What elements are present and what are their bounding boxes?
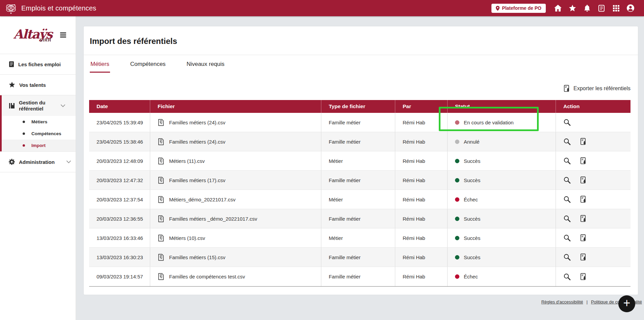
sidebar-subitem-compétences[interactable]: Compétences: [0, 128, 76, 140]
cell-fichier: Familles métiers (17).csv: [150, 171, 321, 190]
download-report-icon[interactable]: [580, 273, 587, 280]
sidebar-subitem-label: Compétences: [31, 131, 61, 136]
cell-action: [556, 113, 630, 132]
attachment-file-icon: [158, 273, 164, 280]
platform-button-label: Plateforme de PO: [502, 5, 541, 11]
chevron-down-icon: [61, 104, 65, 107]
sidebar-item-fiches-emploi[interactable]: Les fiches emploi: [0, 54, 76, 75]
view-details-magnifier-icon[interactable]: [563, 273, 571, 280]
export-label: Exporter les référentiels: [573, 85, 630, 92]
download-report-icon[interactable]: [580, 196, 587, 203]
gear-icon: [9, 159, 15, 165]
tab-compétences[interactable]: Compétences: [130, 55, 166, 73]
download-report-icon[interactable]: [580, 234, 587, 242]
status-label: Annulé: [464, 139, 480, 145]
view-details-magnifier-icon[interactable]: [563, 138, 571, 145]
status-dot: [455, 274, 459, 279]
status-label: Succès: [464, 177, 480, 183]
header-icons: [554, 4, 635, 12]
notifications-bell-icon[interactable]: [583, 4, 591, 12]
table-row: 13/03/2023 16:30:23Familles métiers (15)…: [89, 248, 630, 267]
footer-links: Règles d'accessibilité | Politique de co…: [76, 299, 642, 304]
platform-button[interactable]: Plateforme de PO: [491, 4, 546, 13]
cell-fichier: Familles métiers (15).csv: [150, 248, 321, 267]
status-dot: [455, 140, 459, 144]
attachment-file-icon: [158, 157, 164, 165]
altays-logo[interactable]: Altaÿs SIRH: [14, 28, 52, 42]
sidebar-item-label: Administration: [19, 159, 62, 165]
sidebar-item-vos-talents[interactable]: Vos talents: [0, 75, 76, 95]
sidebar: Altaÿs SIRH Les fiches emploi Vos talent…: [0, 16, 76, 320]
cell-par: Rémi Hab: [395, 151, 447, 170]
cell-date: 20/03/2023 12:48:09: [89, 151, 150, 170]
sidebar-item-administration[interactable]: Administration: [0, 152, 76, 172]
sidebar-toggle-menu-icon[interactable]: [59, 31, 68, 39]
cell-action: [556, 171, 630, 190]
export-referentiels-link[interactable]: Exporter les référentiels: [84, 85, 630, 92]
view-details-magnifier-icon[interactable]: [563, 253, 571, 261]
cell-par: Rémi Hab: [395, 190, 447, 209]
view-details-magnifier-icon[interactable]: [563, 176, 571, 184]
download-report-icon[interactable]: [580, 138, 587, 145]
cell-par: Rémi Hab: [395, 171, 447, 190]
tab-métiers[interactable]: Métiers: [90, 55, 110, 73]
imports-table: Date Fichier Type de fichier Par Statut …: [89, 100, 630, 287]
table-body: 23/04/2025 15:39:49Familles métiers (24)…: [89, 113, 630, 286]
cell-date: 09/03/2023 19:14:57: [89, 267, 150, 286]
column-header-date: Date: [89, 100, 150, 113]
cell-action: [556, 248, 630, 267]
view-details-magnifier-icon[interactable]: [563, 234, 571, 242]
attachment-file-icon: [158, 253, 164, 261]
attachment-file-icon: [158, 176, 164, 184]
cell-action: [556, 209, 630, 228]
cell-par: Rémi Hab: [395, 228, 447, 247]
table-row: 23/04/2025 15:39:49Familles métiers (24)…: [89, 113, 630, 132]
plus-icon: +: [623, 297, 630, 309]
cell-statut: Échec: [447, 267, 556, 286]
view-details-magnifier-icon[interactable]: [563, 157, 571, 165]
book-icon: [9, 103, 15, 109]
home-icon[interactable]: [554, 4, 562, 12]
apps-grid-icon[interactable]: [612, 4, 620, 12]
bullet-icon: [23, 132, 25, 135]
file-name: Métiers (11).csv: [169, 158, 205, 164]
documentation-icon[interactable]: [597, 4, 606, 12]
add-import-fab-button[interactable]: +: [618, 295, 635, 312]
file-name: Familles métiers (24).csv: [169, 120, 225, 125]
cell-par: Rémi Hab: [395, 248, 447, 267]
view-details-magnifier-icon[interactable]: [563, 196, 571, 203]
account-avatar-icon[interactable]: [626, 4, 635, 12]
cell-statut: Succès: [447, 151, 556, 170]
app-title: Emplois et compétences: [21, 4, 96, 12]
view-details-magnifier-icon[interactable]: [563, 119, 571, 126]
cell-par: Rémi Hab: [395, 209, 447, 228]
cell-type: Famille métier: [321, 209, 395, 228]
cell-statut: Succès: [447, 248, 556, 267]
download-report-icon[interactable]: [580, 215, 587, 222]
cell-date: 20/03/2023 12:36:55: [89, 209, 150, 228]
sidebar-item-gestion-referentiel[interactable]: Gestion du référentiel: [0, 95, 76, 116]
status-label: En cours de validation: [464, 120, 514, 125]
tab-niveaux-requis[interactable]: Niveaux requis: [186, 55, 225, 73]
sidebar-subitem-label: Métiers: [31, 119, 47, 124]
accessibility-rules-link[interactable]: Règles d'accessibilité: [541, 299, 583, 304]
cell-date: 20/03/2023 12:37:54: [89, 190, 150, 209]
sidebar-item-label: Gestion du référentiel: [19, 100, 57, 112]
sidebar-subitem-métiers[interactable]: Métiers: [0, 116, 76, 128]
cell-type: Famille métier: [321, 171, 395, 190]
cell-type: Métier: [321, 151, 395, 170]
download-report-icon[interactable]: [580, 253, 587, 261]
view-details-magnifier-icon[interactable]: [563, 215, 571, 222]
download-report-icon[interactable]: [580, 157, 587, 165]
sidebar-subitems: MétiersCompétencesImport: [0, 116, 76, 151]
favorites-star-icon[interactable]: [568, 4, 576, 12]
file-name: Familles métiers (15).csv: [169, 254, 225, 260]
download-report-icon[interactable]: [580, 176, 587, 184]
attachment-file-icon: [158, 196, 164, 203]
cell-statut: Succès: [447, 209, 556, 228]
cell-fichier: Familles métiers _démo_20221017.csv: [150, 209, 321, 228]
main-content: Import des référentiels MétiersCompétenc…: [76, 16, 644, 320]
bullet-icon: [23, 121, 25, 123]
sidebar-subitem-import[interactable]: Import: [0, 140, 76, 151]
star-icon: [9, 82, 15, 88]
